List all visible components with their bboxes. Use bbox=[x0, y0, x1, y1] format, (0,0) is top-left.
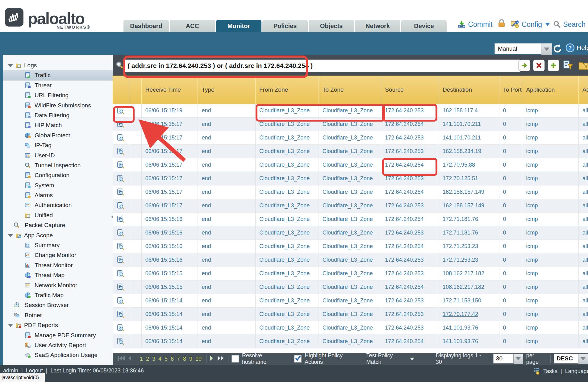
cell-source[interactable]: 172.64.240.253 bbox=[381, 308, 439, 321]
per-page-caret[interactable] bbox=[514, 354, 523, 364]
cell-to-port[interactable]: 0 bbox=[499, 185, 523, 199]
sidebar-item-authentication[interactable]: Authentication bbox=[3, 200, 113, 210]
first-page-button[interactable] bbox=[117, 355, 125, 363]
sidebar-item-user-activity-report[interactable]: User Activity Report bbox=[3, 340, 113, 350]
cell-receive-time[interactable]: 06/06 15:15:16 bbox=[142, 253, 198, 267]
sidebar-item-threat-monitor[interactable]: Threat Monitor bbox=[3, 260, 113, 270]
page-number-7[interactable]: 7 bbox=[177, 356, 180, 362]
cell-source[interactable]: 172.64.240.253 bbox=[381, 226, 439, 239]
expand-triangle-icon[interactable] bbox=[8, 234, 13, 237]
last-page-button[interactable] bbox=[217, 355, 225, 363]
cell-type[interactable]: end bbox=[198, 158, 256, 172]
tab-dashboard[interactable]: Dashboard bbox=[123, 20, 169, 32]
cell-from-zone[interactable]: Cloudflare_L3_Zone bbox=[256, 104, 319, 117]
cell-destination[interactable]: 108.162.217.182 bbox=[439, 280, 499, 294]
cell-to-port[interactable]: 0 bbox=[499, 321, 523, 334]
cell-application[interactable]: icmp bbox=[522, 118, 579, 131]
cell-application[interactable]: icmp bbox=[522, 294, 579, 307]
log-detail-button[interactable] bbox=[113, 321, 129, 334]
page-number-3[interactable]: 3 bbox=[152, 356, 155, 362]
cell-source[interactable]: 172.64.240.253 bbox=[381, 172, 439, 185]
add-filter-button[interactable] bbox=[548, 60, 559, 71]
commit-button[interactable]: Commit bbox=[457, 20, 492, 29]
cell-action[interactable]: allow bbox=[579, 335, 588, 348]
cell-destination[interactable]: 172.70.95.88 bbox=[439, 158, 499, 172]
cell-source[interactable]: 172.64.240.253 bbox=[381, 267, 439, 280]
cell-to-zone[interactable]: Cloudflare_L3_Zone bbox=[319, 226, 382, 239]
cell-type[interactable]: end bbox=[198, 226, 256, 239]
sort-order-select[interactable]: DESC bbox=[554, 354, 588, 364]
cell-action[interactable]: allow bbox=[579, 172, 588, 185]
refresh-icon[interactable] bbox=[553, 44, 562, 54]
cell-to-port[interactable]: 0 bbox=[499, 240, 523, 253]
cell-from-zone[interactable]: Cloudflare_L3_Zone bbox=[256, 158, 319, 172]
sidebar-item-url-filtering[interactable]: URL Filtering bbox=[3, 90, 113, 100]
language-button[interactable]: Language bbox=[565, 368, 588, 375]
sidebar-item-botnet[interactable]: Botnet bbox=[3, 310, 113, 320]
highlight-policy-checkbox[interactable] bbox=[294, 355, 302, 363]
column-header-action[interactable]: Action bbox=[579, 76, 588, 104]
cell-application[interactable]: icmp bbox=[522, 172, 579, 185]
cell-from-zone[interactable]: Cloudflare_L3_Zone bbox=[256, 199, 319, 212]
expand-triangle-icon[interactable] bbox=[8, 64, 13, 67]
config-menu[interactable]: Config bbox=[511, 20, 550, 29]
sidebar-item-unified[interactable]: Unified bbox=[3, 210, 113, 220]
cell-receive-time[interactable]: 06/06 15:15:14 bbox=[142, 321, 198, 334]
cell-destination[interactable]: 162.158.117.4 bbox=[439, 104, 499, 117]
cell-to-zone[interactable]: Cloudflare_L3_Zone bbox=[319, 158, 382, 172]
cell-action[interactable]: allow bbox=[579, 131, 588, 144]
sidebar-item-traffic-map[interactable]: Traffic Map bbox=[3, 290, 113, 300]
cell-receive-time[interactable]: 06/06 15:15:17 bbox=[142, 199, 198, 212]
cell-to-zone[interactable]: Cloudflare_L3_Zone bbox=[319, 280, 382, 294]
tab-policies[interactable]: Policies bbox=[262, 20, 308, 32]
tab-acc[interactable]: ACC bbox=[170, 20, 215, 32]
column-header-from-zone[interactable]: From Zone bbox=[256, 76, 319, 104]
cell-source[interactable]: 172.64.240.254 bbox=[381, 280, 439, 294]
sidebar-item-session-browser[interactable]: Session Browser bbox=[3, 300, 113, 310]
cell-receive-time[interactable]: 06/06 15:15:14 bbox=[142, 308, 198, 321]
cell-to-port[interactable]: 0 bbox=[499, 280, 523, 294]
cell-source[interactable]: 172.64.240.254 bbox=[381, 158, 439, 172]
log-detail-button[interactable] bbox=[113, 118, 129, 131]
cell-from-zone[interactable]: Cloudflare_L3_Zone bbox=[256, 131, 319, 144]
cell-to-zone[interactable]: Cloudflare_L3_Zone bbox=[319, 131, 382, 144]
sidebar-item-configuration[interactable]: Configuration bbox=[3, 170, 113, 180]
cell-to-zone[interactable]: Cloudflare_L3_Zone bbox=[319, 321, 382, 334]
prev-page-button[interactable] bbox=[127, 355, 132, 363]
sidebar-item-pdf-reports[interactable]: PDF Reports bbox=[3, 320, 113, 330]
log-detail-button[interactable] bbox=[113, 145, 129, 158]
cell-to-zone[interactable]: Cloudflare_L3_Zone bbox=[319, 185, 382, 199]
cell-destination[interactable]: 172.70.177.42 bbox=[439, 308, 499, 321]
cell-to-zone[interactable]: Cloudflare_L3_Zone bbox=[319, 267, 382, 280]
cell-type[interactable]: end bbox=[198, 104, 256, 117]
cell-from-zone[interactable]: Cloudflare_L3_Zone bbox=[256, 213, 319, 226]
search-button[interactable]: Search bbox=[553, 20, 586, 29]
cell-application[interactable]: icmp bbox=[522, 335, 579, 348]
help-button[interactable]: ? Help bbox=[565, 43, 588, 52]
sidebar-item-threat-map[interactable]: Threat Map bbox=[3, 270, 113, 280]
cell-type[interactable]: end bbox=[198, 185, 256, 199]
log-detail-button[interactable] bbox=[113, 158, 129, 172]
cell-action[interactable]: allow bbox=[579, 213, 588, 226]
cell-application[interactable]: icmp bbox=[522, 104, 579, 117]
column-header-destination[interactable]: Destination bbox=[439, 76, 499, 104]
cell-application[interactable]: icmp bbox=[522, 213, 579, 226]
log-detail-button[interactable] bbox=[113, 172, 129, 185]
sidebar-item-app-scope[interactable]: App Scope bbox=[3, 230, 113, 240]
cell-action[interactable]: allow bbox=[579, 321, 588, 334]
cell-from-zone[interactable]: Cloudflare_L3_Zone bbox=[256, 226, 319, 239]
sidebar-item-network-monitor[interactable]: Network Monitor bbox=[3, 280, 113, 290]
cell-from-zone[interactable]: Cloudflare_L3_Zone bbox=[256, 185, 319, 199]
resolve-hostname-checkbox[interactable] bbox=[231, 355, 239, 363]
cell-application[interactable]: icmp bbox=[522, 280, 579, 294]
cell-destination[interactable]: 162.158.157.149 bbox=[439, 185, 499, 199]
sidebar-item-change-monitor[interactable]: Change Monitor bbox=[3, 250, 113, 260]
cell-receive-time[interactable]: 06/06 15:15:14 bbox=[142, 335, 198, 348]
cell-destination[interactable]: 141.101.70.211 bbox=[439, 131, 499, 144]
log-detail-button[interactable] bbox=[113, 131, 129, 144]
cell-to-zone[interactable]: Cloudflare_L3_Zone bbox=[319, 145, 382, 158]
expand-triangle-icon[interactable] bbox=[8, 324, 13, 327]
page-number-1[interactable]: 1 bbox=[140, 356, 143, 362]
cell-destination[interactable]: 141.101.70.211 bbox=[439, 118, 499, 131]
sidebar-item-globalprotect[interactable]: GlobalProtect bbox=[3, 131, 113, 140]
